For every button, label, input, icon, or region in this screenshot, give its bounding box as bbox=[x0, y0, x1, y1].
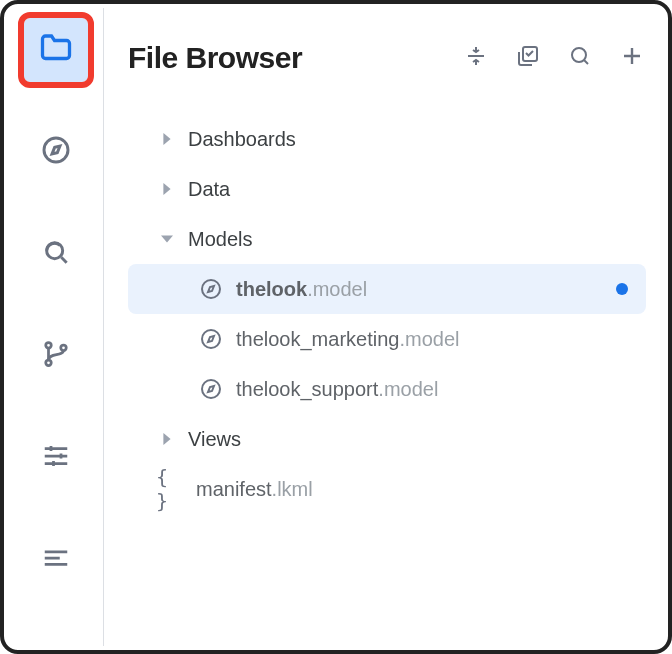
tree-file-thelook-support-model[interactable]: thelook_support.model bbox=[128, 364, 646, 414]
svg-point-4 bbox=[60, 345, 66, 351]
svg-point-3 bbox=[45, 360, 51, 366]
chevron-right-icon bbox=[156, 133, 178, 145]
align-icon bbox=[41, 543, 71, 577]
folder-label: Models bbox=[188, 228, 252, 251]
tree-file-thelook-marketing-model[interactable]: thelook_marketing.model bbox=[128, 314, 646, 364]
tree-folder-views[interactable]: Views bbox=[128, 414, 646, 464]
collapse-all-button[interactable] bbox=[462, 44, 490, 72]
tree-folder-data[interactable]: Data bbox=[128, 164, 646, 214]
git-branch-icon bbox=[41, 339, 71, 373]
file-label: thelook.model bbox=[236, 278, 367, 301]
file-label: manifest.lkml bbox=[196, 478, 313, 501]
refresh-search-icon bbox=[40, 236, 72, 272]
panel-header: File Browser bbox=[128, 28, 646, 88]
svg-point-6 bbox=[572, 48, 586, 62]
panel-actions bbox=[462, 44, 646, 72]
model-icon bbox=[196, 327, 226, 351]
svg-point-2 bbox=[45, 343, 51, 349]
search-icon bbox=[568, 44, 592, 72]
tree-folder-models[interactable]: Models bbox=[128, 214, 646, 264]
rail-format[interactable] bbox=[24, 528, 88, 592]
file-browser-main: File Browser bbox=[104, 8, 664, 646]
file-browser-panel: File Browser bbox=[0, 0, 672, 654]
model-icon bbox=[196, 277, 226, 301]
rail-explore[interactable] bbox=[24, 120, 88, 184]
rail-file-browser[interactable] bbox=[24, 18, 88, 82]
rail-settings[interactable] bbox=[24, 426, 88, 490]
folder-icon bbox=[38, 30, 74, 70]
folder-label: Views bbox=[188, 428, 241, 451]
svg-point-9 bbox=[202, 380, 220, 398]
model-icon bbox=[196, 377, 226, 401]
file-tree: Dashboards Data Models thelook.model bbox=[128, 114, 646, 514]
sliders-icon bbox=[41, 441, 71, 475]
chevron-down-icon bbox=[156, 233, 178, 245]
file-label: thelook_marketing.model bbox=[236, 328, 459, 351]
left-rail bbox=[8, 8, 104, 646]
compass-icon bbox=[40, 134, 72, 170]
tree-file-manifest[interactable]: { } manifest.lkml bbox=[128, 464, 646, 514]
panel-title: File Browser bbox=[128, 41, 462, 75]
bulk-select-button[interactable] bbox=[514, 44, 542, 72]
chevron-right-icon bbox=[156, 433, 178, 445]
tree-file-thelook-model[interactable]: thelook.model bbox=[128, 264, 646, 314]
modified-indicator-icon bbox=[616, 283, 628, 295]
search-button[interactable] bbox=[566, 44, 594, 72]
folder-label: Data bbox=[188, 178, 230, 201]
braces-icon: { } bbox=[156, 465, 186, 513]
svg-point-8 bbox=[202, 330, 220, 348]
chevron-right-icon bbox=[156, 183, 178, 195]
rail-git[interactable] bbox=[24, 324, 88, 388]
tree-folder-dashboards[interactable]: Dashboards bbox=[128, 114, 646, 164]
svg-point-0 bbox=[44, 138, 68, 162]
checklist-icon bbox=[516, 44, 540, 72]
file-label: thelook_support.model bbox=[236, 378, 438, 401]
rail-history[interactable] bbox=[24, 222, 88, 286]
svg-point-7 bbox=[202, 280, 220, 298]
folder-label: Dashboards bbox=[188, 128, 296, 151]
collapse-icon bbox=[464, 44, 488, 72]
add-button[interactable] bbox=[618, 44, 646, 72]
plus-icon bbox=[620, 44, 644, 72]
